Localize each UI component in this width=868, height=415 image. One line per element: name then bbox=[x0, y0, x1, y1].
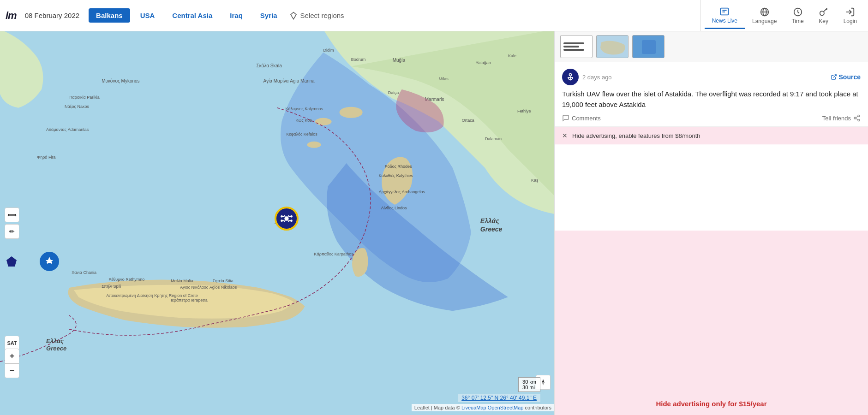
anchor-icon bbox=[566, 72, 575, 82]
svg-text:Greece: Greece bbox=[480, 225, 503, 233]
thumb-item-list[interactable] bbox=[560, 35, 593, 58]
svg-text:Muğla: Muğla bbox=[393, 58, 406, 63]
location-pin-icon bbox=[289, 12, 298, 20]
uav-marker[interactable] bbox=[275, 207, 299, 231]
svg-text:Σπήλι Spili: Σπήλι Spili bbox=[102, 284, 121, 289]
svg-text:Ελλάς: Ελλάς bbox=[46, 338, 64, 344]
news-source-btn[interactable]: Source bbox=[831, 73, 861, 81]
news-source-label: Source bbox=[839, 73, 861, 81]
expand-arrows-btn[interactable]: ⟺ bbox=[5, 208, 19, 222]
svg-text:Αγία Μαρίνα Agia Marina: Αγία Μαρίνα Agia Marina bbox=[263, 78, 315, 83]
main-content: Ελλάς Greece Ελλάς Greece Μυκόνος Mykono… bbox=[0, 31, 868, 415]
nav-login[interactable]: Login bbox=[836, 3, 864, 28]
nav-balkans[interactable]: Balkans bbox=[89, 8, 130, 23]
plane-marker[interactable] bbox=[40, 252, 59, 271]
svg-line-75 bbox=[856, 119, 858, 120]
scale-km: 30 km bbox=[522, 379, 536, 385]
news-live-label: News Live bbox=[712, 18, 737, 24]
svg-text:Fethiye: Fethiye bbox=[517, 109, 531, 113]
svg-text:Μυκόνος Mykonos: Μυκόνος Mykonos bbox=[102, 78, 139, 83]
svg-text:Ortaca: Ortaca bbox=[462, 118, 474, 123]
nav-language[interactable]: Language bbox=[745, 3, 784, 28]
ad-block: Hide advertising only for $15/year bbox=[555, 231, 868, 415]
right-nav: News Live Language Time Key bbox=[700, 0, 868, 31]
nav-usa[interactable]: USA bbox=[133, 8, 162, 23]
svg-rect-67 bbox=[642, 40, 656, 54]
svg-text:Kaş: Kaş bbox=[531, 178, 539, 183]
zoom-in-btn[interactable]: + bbox=[5, 349, 19, 363]
clock-icon bbox=[793, 7, 803, 17]
sidebar: 2 days ago Source Turkish UAV flew over … bbox=[554, 31, 868, 415]
map-attribution: Leaflet | Map data © LiveuaMap OpenStree… bbox=[412, 404, 554, 411]
thumb-item-map1[interactable] bbox=[596, 35, 629, 58]
svg-text:Κάρπαθος Karpathos: Κάρπαθος Karpathos bbox=[314, 252, 354, 256]
scale-mi: 30 mi bbox=[522, 385, 536, 390]
svg-point-60 bbox=[290, 215, 293, 218]
ad-strip: ✕ Hide advertising, enable features from… bbox=[555, 127, 868, 144]
svg-line-9 bbox=[826, 9, 827, 10]
svg-marker-64 bbox=[542, 382, 545, 385]
map-area[interactable]: Ελλάς Greece Ελλάς Greece Μυκόνος Mykono… bbox=[0, 31, 554, 415]
key-label: Key bbox=[819, 18, 828, 24]
nav-syria[interactable]: Syria bbox=[253, 8, 285, 23]
thumb-item-map2[interactable] bbox=[632, 35, 664, 58]
news-item-meta-left: 2 days ago bbox=[562, 69, 612, 85]
svg-text:Greece: Greece bbox=[46, 345, 66, 352]
liveuamap-link[interactable]: LiveuaMap bbox=[461, 405, 486, 410]
tell-friends-label: Tell friends bbox=[822, 115, 851, 122]
svg-text:Κεφαλός Kefalos: Κεφαλός Kefalos bbox=[287, 132, 318, 136]
svg-text:Kale: Kale bbox=[508, 53, 516, 58]
svg-text:Bodrum: Bodrum bbox=[351, 57, 366, 62]
nav-news-live[interactable]: News Live bbox=[705, 3, 745, 29]
time-label: Time bbox=[791, 18, 803, 24]
news-item-time: 2 days ago bbox=[582, 74, 612, 81]
svg-text:Σκάλα Skala: Σκάλα Skala bbox=[256, 63, 282, 68]
scale-bar: 30 km 30 mi bbox=[518, 377, 540, 392]
comments-label: Comments bbox=[572, 115, 601, 122]
svg-point-73 bbox=[854, 117, 856, 119]
ad-close-btn[interactable]: ✕ bbox=[562, 132, 568, 139]
svg-text:Μαλία Malia: Μαλία Malia bbox=[171, 279, 193, 283]
ad-year-offer-text[interactable]: Hide advertising only for $15/year bbox=[656, 400, 766, 408]
svg-text:Ρόδος Rhodes: Ρόδος Rhodes bbox=[385, 164, 412, 169]
sidebar-thumbs bbox=[555, 31, 868, 62]
tell-friends-btn[interactable]: Tell friends bbox=[822, 114, 861, 122]
comments-btn[interactable]: Comments bbox=[562, 114, 601, 122]
nav-time[interactable]: Time bbox=[784, 3, 811, 28]
svg-text:Milas: Milas bbox=[439, 77, 449, 81]
svg-text:Didim: Didim bbox=[323, 48, 334, 53]
news-item-actions: Comments Tell friends bbox=[562, 114, 861, 122]
external-link-icon bbox=[831, 74, 837, 80]
svg-text:Άγιος Νικόλαος Agios Nikolaos: Άγιος Νικόλαος Agios Nikolaos bbox=[180, 285, 237, 290]
share-icon bbox=[853, 114, 861, 122]
zoom-out-btn[interactable]: − bbox=[5, 363, 19, 378]
svg-text:Κως Kos: Κως Kos bbox=[296, 118, 312, 123]
svg-point-74 bbox=[858, 119, 860, 121]
comment-icon bbox=[562, 114, 569, 122]
svg-point-12 bbox=[340, 107, 363, 118]
ad-strip-text: Hide advertising, enable features from $… bbox=[572, 132, 700, 139]
svg-text:Dalaman: Dalaman bbox=[485, 136, 502, 141]
key-icon bbox=[819, 7, 829, 17]
select-regions-btn[interactable]: Select regions bbox=[289, 12, 344, 20]
osm-link[interactable]: OpenStreetMap bbox=[488, 405, 524, 410]
nav-central-asia[interactable]: Central Asia bbox=[165, 8, 220, 23]
map-left-controls: ⟺ ✏ bbox=[5, 208, 19, 239]
svg-text:Παροικία Parikia: Παροικία Parikia bbox=[69, 95, 100, 100]
nav-iraq[interactable]: Iraq bbox=[222, 8, 250, 23]
pen-tool-btn[interactable]: ✏ bbox=[5, 224, 19, 239]
svg-text:Ελλάς: Ελλάς bbox=[480, 217, 499, 225]
coordinates-bar[interactable]: 36° 07' 12.5" N 26° 40' 49.1" E bbox=[458, 394, 540, 402]
svg-text:Νάξος Naxos: Νάξος Naxos bbox=[65, 104, 89, 109]
top-nav: lm 08 February 2022 Balkans USA Central … bbox=[0, 0, 868, 31]
svg-text:Datça: Datça bbox=[388, 90, 399, 95]
nav-key[interactable]: Key bbox=[811, 3, 836, 28]
globe-icon bbox=[760, 7, 770, 17]
svg-point-72 bbox=[858, 115, 860, 117]
svg-text:Φηρά Fira: Φηρά Fira bbox=[37, 155, 56, 160]
language-label: Language bbox=[752, 18, 777, 24]
login-icon bbox=[845, 7, 855, 17]
svg-point-68 bbox=[569, 74, 572, 76]
drone-icon bbox=[280, 212, 293, 225]
svg-text:Κάλυμνος Kalymnos: Κάλυμνος Kalymnos bbox=[286, 107, 323, 111]
